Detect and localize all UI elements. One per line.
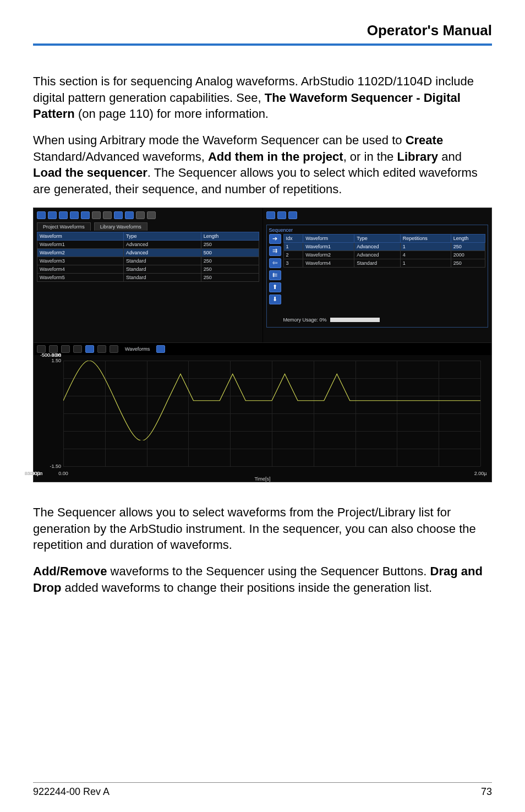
zoom-out-icon[interactable]	[61, 345, 70, 353]
tool-icon[interactable]	[125, 211, 134, 219]
table-row[interactable]: 1Waveform1Advanced1250	[283, 242, 485, 250]
tool-icon[interactable]	[277, 211, 286, 219]
chart-toolbar: Waveforms	[34, 342, 491, 355]
col-repetitions[interactable]: Repetitions	[400, 234, 451, 242]
cell: Advanced	[354, 242, 400, 250]
text: waveforms to the Sequencer using the Seq…	[107, 564, 430, 578]
y-tick: -1.00	[34, 352, 61, 358]
text: Standard/Advanced waveforms,	[33, 150, 208, 164]
cell: Advanced	[123, 240, 201, 248]
page-footer: 922244-00 Rev A 73	[33, 782, 492, 798]
y-tick: -1.50	[34, 464, 61, 469]
tool-icon[interactable]	[92, 211, 101, 219]
sequencer-title: Sequencer	[269, 227, 486, 233]
chart-icon[interactable]	[85, 345, 94, 353]
tool-icon[interactable]	[37, 211, 46, 219]
sequencer-table: Idx Waveform Type Repetitions Length 1Wa…	[283, 234, 486, 268]
remove-all-button[interactable]: ⇇	[269, 270, 281, 280]
col-waveform[interactable]: Waveform	[303, 234, 354, 242]
tool-icon[interactable]	[70, 211, 79, 219]
cell: 250	[201, 273, 259, 281]
text: added waveforms to change their position…	[61, 581, 432, 595]
cell: 250	[201, 257, 259, 265]
dropdown-icon[interactable]	[97, 345, 106, 353]
cell: 3	[283, 259, 303, 267]
paragraph-1: This section is for sequencing Analog wa…	[33, 73, 492, 122]
x-axis-label: Time[s]	[254, 476, 270, 482]
arrow-left-icon: ⇦	[272, 259, 277, 266]
grid-icon[interactable]	[110, 345, 118, 353]
sequencer-panel: Sequencer ➔ ⇉ ⇦ ⇇ ⬆ ⬇ Idx	[262, 208, 492, 342]
fit-icon[interactable]	[73, 345, 82, 353]
cell: Waveform5	[37, 273, 124, 281]
waveform-table: Waveform Type Length Waveform1Advanced25…	[37, 232, 259, 282]
text: and	[438, 150, 462, 164]
text-bold: Create	[406, 133, 443, 147]
cell: Waveform3	[37, 257, 124, 265]
cell: Waveform2	[37, 248, 124, 257]
text: When using Arbitrary mode the Waveform S…	[33, 133, 406, 147]
tool-icon[interactable]	[103, 211, 112, 219]
tool-icon[interactable]	[81, 211, 90, 219]
cell: Standard	[123, 265, 201, 273]
refresh-icon[interactable]	[156, 345, 165, 353]
table-row[interactable]: Waveform4Standard250	[37, 265, 259, 273]
tab-library-waveforms[interactable]: Library Waveforms	[94, 222, 147, 231]
cell: 1	[400, 259, 451, 267]
tool-icon[interactable]	[136, 211, 145, 219]
waveform-chart[interactable]: 1.50 1.00 500.00m 0.00 -500.00m -1.00 -1…	[34, 355, 491, 482]
col-length[interactable]: Length	[451, 234, 485, 242]
cell: 1	[400, 242, 451, 250]
x-tick: 0.00	[58, 471, 68, 476]
text-bold: Add/Remove	[33, 564, 107, 578]
tool-icon[interactable]	[266, 211, 275, 219]
zoom-in-icon[interactable]	[49, 345, 58, 353]
right-toolbar	[266, 210, 489, 222]
cell: 2000	[451, 250, 485, 259]
add-all-button[interactable]: ⇉	[269, 246, 281, 256]
double-arrow-right-icon: ⇉	[272, 247, 277, 254]
tool-icon[interactable]	[147, 211, 156, 219]
arrow-up-icon: ⬆	[272, 284, 277, 291]
tool-icon[interactable]	[288, 211, 297, 219]
text: , or in the	[343, 150, 397, 164]
move-down-button[interactable]: ⬇	[269, 295, 281, 304]
table-row[interactable]: Waveform1Advanced250	[37, 240, 259, 248]
cell: Advanced	[123, 248, 201, 257]
cell: 1	[283, 242, 303, 250]
tool-icon[interactable]	[114, 211, 123, 219]
col-idx[interactable]: Idx	[283, 234, 303, 242]
cell: Waveform1	[37, 240, 124, 248]
table-row[interactable]: Waveform5Standard250	[37, 273, 259, 281]
tool-icon[interactable]	[48, 211, 57, 219]
cell: Standard	[354, 259, 400, 267]
add-button[interactable]: ➔	[269, 234, 281, 244]
table-row[interactable]: Waveform3Standard250	[37, 257, 259, 265]
remove-button[interactable]: ⇦	[269, 258, 281, 268]
table-row[interactable]: 3Waveform4Standard1250	[283, 259, 485, 267]
col-type[interactable]: Type	[123, 232, 201, 240]
double-arrow-left-icon: ⇇	[272, 271, 277, 279]
waveform-trace	[63, 361, 480, 441]
tab-project-waveforms[interactable]: Project Waveforms	[37, 222, 91, 231]
cell: 500	[201, 248, 259, 257]
y-tick: 1.50	[34, 358, 61, 363]
footer-revision: 922244-00 Rev A	[33, 786, 110, 798]
hand-icon[interactable]	[37, 345, 46, 353]
col-type[interactable]: Type	[354, 234, 400, 242]
cell: 250	[201, 240, 259, 248]
col-waveform[interactable]: Waveform	[37, 232, 124, 240]
table-row[interactable]: Waveform2Advanced500	[37, 248, 259, 257]
cell: Waveform4	[37, 265, 124, 273]
x-tick: 1.80µ	[28, 471, 40, 476]
text-bold: Library	[397, 150, 438, 164]
cell: 250	[201, 265, 259, 273]
table-row[interactable]: 2Waveform2Advanced42000	[283, 250, 485, 259]
cell: Waveform2	[303, 250, 354, 259]
col-length[interactable]: Length	[201, 232, 259, 240]
tool-icon[interactable]	[59, 211, 68, 219]
move-up-button[interactable]: ⬆	[269, 282, 281, 292]
app-screenshot: Project Waveforms Library Waveforms Wave…	[33, 208, 492, 482]
footer-page-number: 73	[481, 786, 492, 798]
cell: 4	[400, 250, 451, 259]
